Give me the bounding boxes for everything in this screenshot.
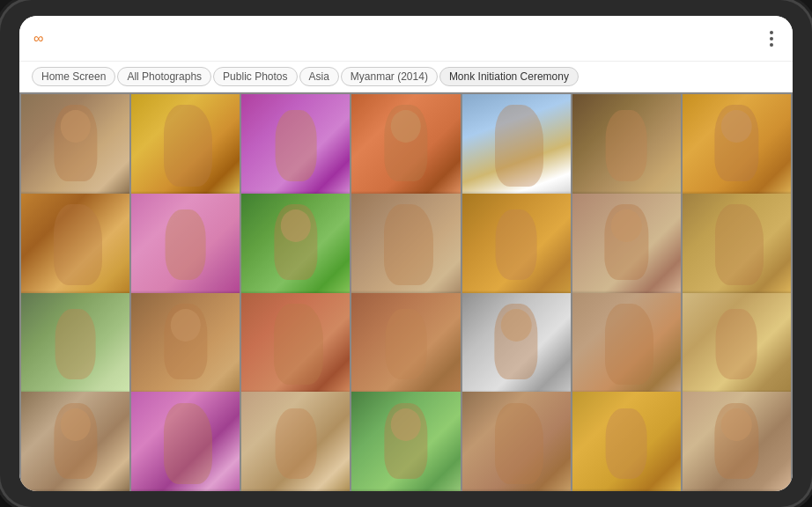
breadcrumb-item-public-photos[interactable]: Public Photos xyxy=(213,67,297,86)
photo-cell[interactable]: Bagan xyxy=(241,392,350,491)
photo-cell[interactable]: Bagan xyxy=(21,194,129,302)
photo-location-label: Bagan xyxy=(351,489,460,491)
photo-location-label: Bagan xyxy=(683,489,791,491)
logo-area: ∞ xyxy=(33,32,43,46)
photo-grid: BaganBaganBagan BaganBaganBagan BaganBag… xyxy=(19,92,793,491)
photo-cell[interactable]: Bagan xyxy=(131,194,240,302)
more-options-button[interactable] xyxy=(764,26,779,52)
photo-location-label: Bagan xyxy=(131,489,240,491)
photo-cell[interactable]: Bagan xyxy=(241,94,350,202)
menu-dot-3 xyxy=(770,43,773,47)
device-frame: ∞ Home Screen All Photographs Public Pho… xyxy=(0,0,812,507)
photo-cell[interactable]: Bagan xyxy=(572,94,681,202)
photo-cell[interactable]: Bagan xyxy=(21,293,129,401)
photo-cell[interactable]: Bagan xyxy=(131,94,240,202)
photo-cell[interactable]: Bagan xyxy=(241,293,350,401)
photo-cell[interactable]: Bagan xyxy=(683,194,791,302)
photo-cell[interactable]: Bagan xyxy=(131,392,240,491)
photo-location-label: Bagan xyxy=(462,489,571,491)
breadcrumb: Home Screen All Photographs Public Photo… xyxy=(19,62,793,92)
photo-location-label: Bagan xyxy=(241,489,350,491)
photo-location-label: Bagan xyxy=(21,489,129,491)
breadcrumb-item-all-photographs[interactable]: All Photographs xyxy=(117,67,211,86)
photo-cell[interactable]: Bagan xyxy=(683,293,791,401)
breadcrumb-item-monk-ceremony[interactable]: Monk Initiation Ceremony xyxy=(439,67,579,86)
breadcrumb-item-myanmar[interactable]: Myanmar (2014) xyxy=(341,67,438,86)
photo-cell[interactable]: Bagan xyxy=(351,392,460,491)
photo-cell[interactable]: Bagan xyxy=(572,194,681,302)
photo-cell[interactable]: Bagan xyxy=(351,194,460,302)
photo-cell[interactable]: Bagan xyxy=(131,293,240,401)
photo-cell[interactable]: Bagan xyxy=(351,293,460,401)
photo-cell[interactable]: Bagan xyxy=(572,293,681,401)
screen: ∞ Home Screen All Photographs Public Pho… xyxy=(19,16,793,491)
breadcrumb-item-asia[interactable]: Asia xyxy=(299,67,339,86)
photo-cell[interactable]: Bagan xyxy=(683,392,791,491)
menu-dot-1 xyxy=(770,31,773,34)
photo-cell[interactable]: Bagan xyxy=(572,392,681,491)
photo-cell[interactable]: Bagan xyxy=(462,293,571,401)
photo-cell[interactable]: Bagan xyxy=(351,94,460,202)
photo-cell[interactable]: Bagan xyxy=(462,392,571,491)
photo-cell[interactable]: Bagan xyxy=(21,392,129,491)
photo-location-label: Bagan xyxy=(572,489,681,491)
photo-cell[interactable]: Bagan xyxy=(462,94,571,202)
app-header: ∞ xyxy=(19,16,793,62)
photo-cell[interactable]: Bagan xyxy=(683,94,791,202)
breadcrumb-item-home[interactable]: Home Screen xyxy=(32,67,115,86)
logo-icon: ∞ xyxy=(33,32,43,46)
photo-cell[interactable]: Bagan xyxy=(241,194,350,302)
menu-dot-2 xyxy=(770,37,773,40)
photo-cell[interactable]: Bagan xyxy=(21,94,129,202)
photo-cell[interactable]: Bagan xyxy=(462,194,571,302)
